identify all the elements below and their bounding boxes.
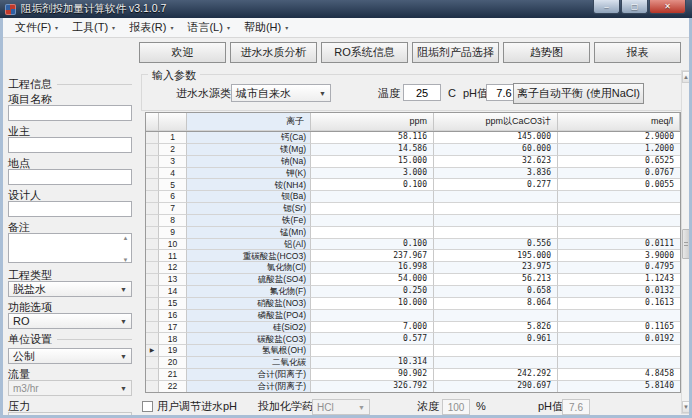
ion-name-cell[interactable]: 铁(Fe) bbox=[187, 215, 311, 227]
table-row[interactable]: 10铝(Al)0.1000.5560.0111 bbox=[146, 239, 680, 251]
caco3-cell[interactable]: 145.000 bbox=[434, 132, 558, 144]
project-type-select[interactable]: 脱盐水 ▼ bbox=[8, 281, 132, 297]
project-name-input[interactable] bbox=[8, 105, 132, 121]
caco3-cell[interactable]: 290.697 bbox=[434, 381, 558, 393]
menu-language[interactable]: 语言(L)▾ bbox=[180, 18, 236, 37]
ion-name-cell[interactable]: 钾(K) bbox=[187, 168, 311, 180]
table-row[interactable]: 3钠(Na)15.00032.6230.6525 bbox=[146, 156, 680, 168]
table-row[interactable]: 18碳酸盐(CO3)0.5770.9610.0192 bbox=[146, 333, 680, 345]
row-indicator-cell[interactable] bbox=[146, 239, 159, 251]
meq-cell[interactable] bbox=[558, 227, 680, 239]
remarks-scrollbar[interactable]: ▲ ▼ bbox=[121, 235, 130, 263]
ppm-cell[interactable]: 16.998 bbox=[311, 262, 434, 274]
ion-name-cell[interactable]: 镁(Mg) bbox=[187, 144, 311, 156]
caco3-cell[interactable] bbox=[434, 345, 558, 357]
meq-cell[interactable] bbox=[558, 357, 680, 369]
table-row[interactable]: 1钙(Ca)58.116145.0002.9000 bbox=[146, 132, 680, 144]
meq-cell[interactable]: 4.8458 bbox=[558, 369, 680, 381]
ppm-cell[interactable]: 58.116 bbox=[311, 132, 434, 144]
row-indicator-cell[interactable] bbox=[146, 369, 159, 381]
row-number-cell[interactable]: 6 bbox=[159, 191, 187, 203]
caco3-cell[interactable] bbox=[434, 227, 558, 239]
caco3-cell[interactable]: 32.623 bbox=[434, 156, 558, 168]
menu-file[interactable]: 文件(F)▾ bbox=[8, 18, 65, 37]
menu-tools[interactable]: 工具(T)▾ bbox=[65, 18, 122, 37]
caco3-cell[interactable]: 0.658 bbox=[434, 286, 558, 298]
table-row[interactable]: 15硝酸盐(NO3)10.0008.0640.1613 bbox=[146, 298, 680, 310]
meq-cell[interactable]: 0.0055 bbox=[558, 179, 680, 191]
meq-cell[interactable]: 0.0111 bbox=[558, 239, 680, 251]
row-indicator-cell[interactable] bbox=[146, 215, 159, 227]
row-number-cell[interactable]: 14 bbox=[159, 286, 187, 298]
ion-name-cell[interactable]: 二氧化碳 bbox=[187, 357, 311, 369]
meq-cell[interactable]: 5.8140 bbox=[558, 381, 680, 393]
ion-name-cell[interactable]: 氟化物(F) bbox=[187, 286, 311, 298]
table-row[interactable]: 11重碳酸盐(HCO3)237.967195.0003.9000 bbox=[146, 250, 680, 262]
ppm-cell[interactable]: 3.000 bbox=[311, 168, 434, 180]
ion-name-cell[interactable]: 合计(阴离子) bbox=[187, 381, 311, 393]
header-ppm[interactable]: ppm bbox=[311, 113, 434, 131]
ppm-cell[interactable]: 14.586 bbox=[311, 144, 434, 156]
caco3-cell[interactable]: 195.000 bbox=[434, 250, 558, 262]
caco3-cell[interactable] bbox=[434, 357, 558, 369]
unit-system-select[interactable]: 公制 ▼ bbox=[8, 348, 132, 364]
ion-name-cell[interactable]: 氯化物(Cl) bbox=[187, 262, 311, 274]
designer-input[interactable] bbox=[8, 201, 132, 217]
ion-name-cell[interactable]: 重碳酸盐(HCO3) bbox=[187, 250, 311, 262]
caco3-cell[interactable] bbox=[434, 310, 558, 322]
table-row[interactable]: 16磷酸盐(PO4) bbox=[146, 310, 680, 322]
ion-name-cell[interactable]: 硝酸盐(NO3) bbox=[187, 298, 311, 310]
ppm-cell[interactable]: 90.902 bbox=[311, 369, 434, 381]
temperature-input[interactable] bbox=[403, 84, 441, 101]
caco3-cell[interactable]: 56.213 bbox=[434, 274, 558, 286]
row-indicator-cell[interactable]: ▶ bbox=[146, 345, 159, 357]
bottom-ph-input[interactable] bbox=[562, 399, 590, 415]
ppm-cell[interactable]: 0.577 bbox=[311, 333, 434, 345]
row-indicator-cell[interactable] bbox=[146, 322, 159, 334]
ion-name-cell[interactable]: 锶(Sr) bbox=[187, 203, 311, 215]
row-indicator-cell[interactable] bbox=[146, 156, 159, 168]
row-number-cell[interactable]: 7 bbox=[159, 203, 187, 215]
row-number-cell[interactable]: 16 bbox=[159, 310, 187, 322]
table-row[interactable]: 9锰(Mn) bbox=[146, 227, 680, 239]
ppm-cell[interactable]: 15.000 bbox=[311, 156, 434, 168]
remarks-textarea[interactable] bbox=[8, 233, 132, 263]
row-indicator-cell[interactable] bbox=[146, 286, 159, 298]
row-number-cell[interactable]: 21 bbox=[159, 369, 187, 381]
nav-button-ro-system-info[interactable]: RO系统信息 bbox=[321, 42, 408, 63]
ppm-cell[interactable]: 237.967 bbox=[311, 250, 434, 262]
caco3-cell[interactable]: 60.000 bbox=[434, 144, 558, 156]
table-row[interactable]: 13硫酸盐(SO4)54.00056.2131.1243 bbox=[146, 274, 680, 286]
table-row[interactable]: 8铁(Fe) bbox=[146, 215, 680, 227]
row-indicator-cell[interactable] bbox=[146, 250, 159, 262]
location-input[interactable] bbox=[8, 169, 132, 185]
meq-cell[interactable]: 0.0192 bbox=[558, 333, 680, 345]
row-indicator-cell[interactable] bbox=[146, 227, 159, 239]
meq-cell[interactable]: 2.9000 bbox=[558, 132, 680, 144]
nav-button-feed-water-analysis[interactable]: 进水水质分析 bbox=[230, 42, 317, 63]
header-caco3[interactable]: ppm以CaCO3计 bbox=[434, 113, 558, 131]
row-indicator-cell[interactable] bbox=[146, 132, 159, 144]
row-indicator-cell[interactable] bbox=[146, 298, 159, 310]
meq-cell[interactable] bbox=[558, 203, 680, 215]
water-source-select[interactable]: 城市自来水 ▼ bbox=[231, 84, 331, 102]
nav-button-product-selection[interactable]: 阻垢剂产品选择 bbox=[412, 42, 499, 63]
table-row[interactable]: 12氯化物(Cl)16.99823.9750.4795 bbox=[146, 262, 680, 274]
row-number-cell[interactable]: 1 bbox=[159, 132, 187, 144]
table-row[interactable]: 22合计(阴离子)326.792290.6975.8140 bbox=[146, 381, 680, 393]
close-button[interactable]: ✕ bbox=[649, 0, 686, 14]
row-number-cell[interactable]: 19 bbox=[159, 345, 187, 357]
maximize-button[interactable]: ▢ bbox=[621, 0, 648, 14]
ion-name-cell[interactable]: 氢氧根(OH) bbox=[187, 345, 311, 357]
ppm-cell[interactable] bbox=[311, 215, 434, 227]
row-indicator-cell[interactable] bbox=[146, 203, 159, 215]
header-ion[interactable]: 离子 bbox=[187, 113, 311, 131]
table-row[interactable]: 6钡(Ba) bbox=[146, 191, 680, 203]
row-indicator-cell[interactable] bbox=[146, 333, 159, 345]
ion-name-cell[interactable]: 铝(Al) bbox=[187, 239, 311, 251]
row-number-cell[interactable]: 8 bbox=[159, 215, 187, 227]
ppm-cell[interactable]: 0.250 bbox=[311, 286, 434, 298]
chemical-select[interactable]: HCl ▼ bbox=[312, 399, 370, 415]
meq-cell[interactable] bbox=[558, 345, 680, 357]
row-indicator-cell[interactable] bbox=[146, 381, 159, 393]
